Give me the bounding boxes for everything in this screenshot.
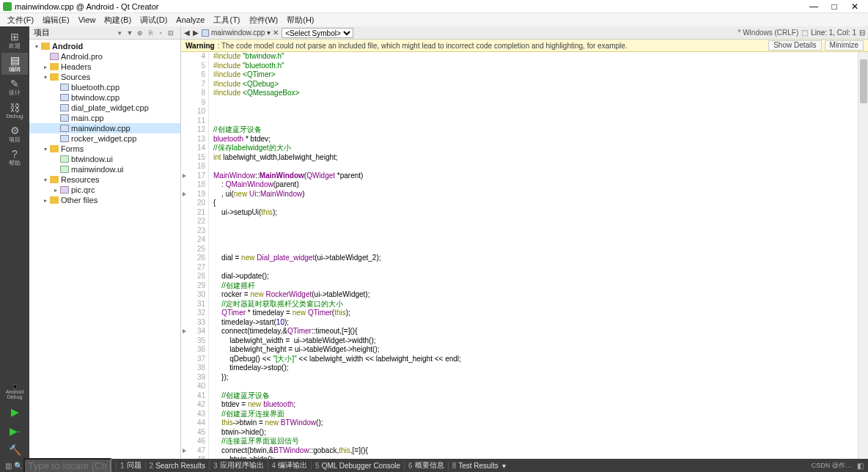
line-number[interactable]: 6 (181, 70, 205, 80)
code-line[interactable]: rocker = new RockerWidget(ui->tableWidge… (209, 290, 858, 300)
line-number[interactable]: 21 (181, 208, 205, 218)
line-number[interactable]: 20 (181, 199, 205, 208)
code-line[interactable]: , ui(new Ui::MainWindow) (209, 190, 858, 199)
nav-fwd-icon[interactable]: ▶ (193, 29, 199, 37)
code-line[interactable]: labelwight_height = ui->tableWidget->hei… (209, 345, 858, 355)
line-number[interactable]: 9 (181, 98, 205, 108)
sidebar-head-icon[interactable]: ⊕ (135, 29, 145, 37)
code-line[interactable]: dial->update(); (209, 272, 858, 281)
output-panel-tab[interactable]: 1问题 (116, 460, 145, 471)
maximize-button[interactable]: □ (824, 1, 845, 12)
split-icon[interactable]: ⊟ (859, 29, 865, 37)
menu-item[interactable]: 工具(T) (209, 15, 244, 26)
tree-twisty-icon[interactable]: ▸ (51, 187, 60, 193)
line-gutter[interactable]: 4567891011121314151617181920212223242526… (181, 52, 209, 459)
line-number[interactable]: 30 (181, 290, 205, 300)
code-line[interactable]: //创建蓝牙连接界面 (209, 410, 858, 419)
line-number[interactable]: 14 (181, 144, 205, 153)
code-line[interactable]: qDebug() << "[大小]" << labelwight_width <… (209, 355, 858, 364)
code-line[interactable]: ui->setupUi(this); (209, 208, 858, 218)
code-area[interactable]: #include "btwindow.h"#include "bluetooth… (209, 52, 858, 459)
nav-back-icon[interactable]: ◀ (184, 29, 190, 37)
lock-icon[interactable]: ⬚ (801, 29, 808, 37)
run-button-2[interactable]: 🔨 (1, 441, 28, 459)
tree-item[interactable]: Android.pro (29, 51, 180, 62)
mode-项目[interactable]: ⚙项目 (1, 123, 28, 145)
code-line[interactable]: int labelwight_width,labelwight_height; (209, 153, 858, 163)
close-button[interactable]: ✕ (845, 1, 865, 12)
tree-item[interactable]: mainwindow.ui (29, 164, 180, 174)
code-line[interactable]: QTimer * timedelay = new QTimer(this); (209, 309, 858, 318)
tree-item[interactable]: dial_plate_widget.cpp (29, 103, 180, 113)
code-line[interactable]: : QMainWindow(parent) (209, 180, 858, 190)
kit-selector[interactable]: 📱 Android Debug (1, 381, 28, 402)
line-number[interactable]: 42 (181, 400, 205, 410)
code-line[interactable]: btdev = new bluetooth; (209, 400, 858, 410)
encoding-label[interactable]: * Windows (CRLF) (738, 29, 798, 37)
sidebar-head-icon[interactable]: ⎘ (145, 29, 155, 37)
code-line[interactable]: }); (209, 373, 858, 383)
tree-twisty-icon[interactable]: ▾ (32, 43, 41, 50)
tree-item[interactable]: btwindow.ui (29, 154, 180, 164)
cursor-position[interactable]: Line: 1, Col: 1 (811, 29, 856, 37)
line-number[interactable]: 19 (181, 190, 205, 199)
code-line[interactable]: //保存labelwidget的大小 (209, 144, 858, 153)
sidebar-head-icon[interactable]: ▾ (114, 29, 125, 37)
search-icon[interactable]: 🔍 (13, 462, 23, 470)
tree-twisty-icon[interactable]: ▾ (41, 146, 50, 152)
sidebar-head-icon[interactable]: ▫ (155, 29, 166, 37)
symbol-selector[interactable]: <Select Symbol> (282, 28, 353, 38)
line-number[interactable]: 45 (181, 428, 205, 438)
line-number[interactable]: 44 (181, 418, 205, 428)
tree-item[interactable]: ▾Forms (29, 144, 180, 154)
tree-item[interactable]: ▸Headers (29, 62, 180, 72)
line-number[interactable]: 37 (181, 355, 205, 364)
line-number[interactable]: 18 (181, 180, 205, 190)
tree-item[interactable]: bluetooth.cpp (29, 82, 180, 92)
minimize-button[interactable]: — (803, 1, 824, 12)
menu-item[interactable]: 构建(B) (100, 15, 136, 26)
code-line[interactable]: #include <QMessageBox> (209, 89, 858, 98)
code-line[interactable] (209, 162, 858, 172)
line-number[interactable]: 4 (181, 52, 205, 62)
line-number[interactable]: 40 (181, 382, 205, 391)
code-line[interactable] (209, 245, 858, 254)
output-panel-tab[interactable]: 3应用程序输出 (209, 460, 268, 471)
code-line[interactable]: //创建蓝牙设备 (209, 391, 858, 401)
menu-item[interactable]: Analyze (172, 15, 209, 24)
code-line[interactable] (209, 226, 858, 236)
code-line[interactable]: connect(timedelay,&QTimer::timeout,[=]()… (209, 327, 858, 336)
line-number[interactable]: 22 (181, 217, 205, 226)
run-button-0[interactable]: ▶ (1, 403, 28, 421)
code-line[interactable] (209, 235, 858, 245)
tree-item[interactable]: ▾Resources (29, 174, 180, 185)
show-details-button[interactable]: Show Details (768, 40, 821, 51)
tree-item[interactable]: ▸pic.qrc (29, 185, 180, 195)
mode-编辑[interactable]: ▤编辑 (1, 53, 28, 75)
vertical-scrollbar[interactable] (858, 52, 868, 459)
code-line[interactable]: connect(btwin,&BTWindow::goback,this,[=]… (209, 446, 858, 456)
code-line[interactable] (209, 217, 858, 226)
line-number[interactable]: 27 (181, 263, 205, 273)
code-line[interactable] (209, 117, 858, 126)
line-number[interactable]: 32 (181, 309, 205, 318)
code-line[interactable]: { (209, 199, 858, 208)
line-number[interactable]: 35 (181, 336, 205, 346)
line-number[interactable]: 46 (181, 437, 205, 446)
line-number[interactable]: 41 (181, 391, 205, 401)
line-number[interactable]: 43 (181, 410, 205, 419)
output-panel-tab[interactable]: 8Test Results (448, 462, 502, 470)
line-number[interactable]: 10 (181, 107, 205, 117)
line-number[interactable]: 16 (181, 162, 205, 172)
code-line[interactable]: MainWindow::MainWindow(QWidget *parent) (209, 172, 858, 181)
code-line[interactable]: #include <QTimer> (209, 70, 858, 80)
scroll-thumb[interactable] (860, 59, 867, 103)
line-number[interactable]: 26 (181, 254, 205, 263)
line-number[interactable]: 48 (181, 455, 205, 459)
run-button-1[interactable]: ▶· (1, 422, 28, 440)
tree-twisty-icon[interactable]: ▾ (41, 177, 50, 183)
line-number[interactable]: 33 (181, 318, 205, 328)
code-line[interactable]: #include "bluetooth.h" (209, 62, 858, 71)
code-line[interactable]: //连接蓝牙界面返回信号 (209, 437, 858, 446)
code-line[interactable]: //创建蓝牙设备 (209, 125, 858, 135)
